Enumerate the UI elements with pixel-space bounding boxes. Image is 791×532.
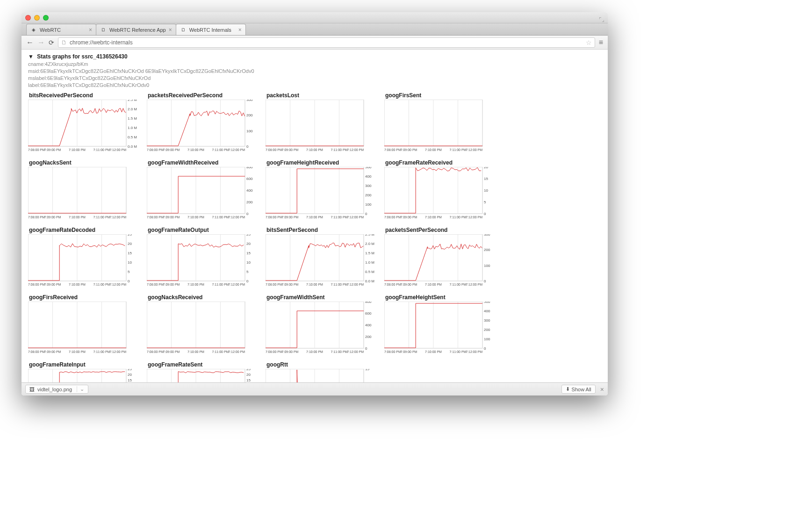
svg-text:7:08:00 PM: 7:08:00 PM <box>266 216 282 219</box>
svg-text:7:08:00 PM: 7:08:00 PM <box>147 148 164 151</box>
meta-line: cname:4ZXkrucxjuzp/bKm <box>28 61 608 68</box>
svg-text:1.5 M: 1.5 M <box>365 251 374 255</box>
chart-plot: 02004006008007:08:00 PM7:09:00 PM7:10:00… <box>147 167 262 225</box>
address-bar[interactable]: 🗋 chrome://webrtc-internals ☆ <box>58 37 595 48</box>
tab[interactable]: ◈WebRTC× <box>26 24 96 35</box>
chart-plot: 7:08:00 PM7:09:00 PM7:10:00 PM7:11:00 PM… <box>266 100 381 158</box>
svg-text:7:11:00 PM: 7:11:00 PM <box>450 216 467 219</box>
svg-text:5: 5 <box>484 200 486 204</box>
svg-text:7:12:00 PM: 7:12:00 PM <box>109 216 126 219</box>
svg-text:7:10:00 PM: 7:10:00 PM <box>425 350 442 353</box>
svg-text:25: 25 <box>128 234 132 237</box>
svg-text:7:09:00 PM: 7:09:00 PM <box>44 350 61 353</box>
chart-cell: googFrameRateInput10152025 <box>28 361 143 382</box>
svg-text:7:11:00 PM: 7:11:00 PM <box>212 216 229 219</box>
svg-text:2.0 M: 2.0 M <box>128 107 137 111</box>
svg-text:20: 20 <box>246 242 251 246</box>
svg-text:7:10:00 PM: 7:10:00 PM <box>306 148 323 151</box>
svg-text:7:08:00 PM: 7:08:00 PM <box>384 216 401 219</box>
chrome-menu-button[interactable]: ≡ <box>599 38 603 47</box>
svg-text:7:08:00 PM: 7:08:00 PM <box>147 283 164 286</box>
meta-line: label:6E9laEYkyxIkTCxDgc82ZGoEhlCfxNuCKr… <box>28 82 608 89</box>
file-icon: 🖼 <box>29 387 35 392</box>
window-minimize-button[interactable] <box>34 15 40 21</box>
tab-close-icon[interactable]: × <box>236 27 242 33</box>
download-shelf: 🖼 vidtel_logo.png ⌄ ⬇ Show All × <box>22 382 608 395</box>
section-header[interactable]: ▼ Stats graphs for ssrc_4136526430 <box>28 53 608 60</box>
svg-text:100: 100 <box>246 129 253 133</box>
svg-text:7:11:00 PM: 7:11:00 PM <box>93 350 110 353</box>
chart-title: googFrameHeightReceived <box>266 159 381 166</box>
svg-text:7:10:00 PM: 7:10:00 PM <box>425 216 442 219</box>
chart-title: packetsLost <box>266 92 381 99</box>
show-all-label: Show All <box>572 387 591 392</box>
tab-close-icon[interactable]: × <box>86 27 92 33</box>
svg-text:200: 200 <box>365 193 372 197</box>
svg-text:400: 400 <box>484 309 490 313</box>
chevron-down-icon[interactable]: ⌄ <box>77 386 84 392</box>
window-maximize-button[interactable] <box>43 15 49 21</box>
svg-text:20: 20 <box>128 242 132 246</box>
svg-text:7:09:00 PM: 7:09:00 PM <box>44 216 61 219</box>
chart-title: googRtt <box>266 361 381 368</box>
bookmark-star-icon[interactable]: ☆ <box>586 39 592 46</box>
tab-close-icon[interactable]: × <box>166 27 172 33</box>
chart-plot: 7:08:00 PM7:09:00 PM7:10:00 PM7:11:00 PM… <box>28 167 143 225</box>
chart-title: googFrameRateDecoded <box>29 227 143 233</box>
svg-text:7:10:00 PM: 7:10:00 PM <box>306 216 323 219</box>
svg-text:20: 20 <box>484 167 488 169</box>
svg-text:1.0 M: 1.0 M <box>128 126 137 130</box>
svg-text:7:12:00 PM: 7:12:00 PM <box>466 350 482 353</box>
chart-title: googFirsReceived <box>29 294 143 301</box>
page-content: ▼ Stats graphs for ssrc_4136526430 cname… <box>22 50 608 382</box>
chart-title: googFrameRateInput <box>29 361 143 368</box>
svg-text:7:09:00 PM: 7:09:00 PM <box>44 148 61 151</box>
chart-cell: googFrameHeightSent01002003004005007:08:… <box>384 294 499 359</box>
svg-text:7:12:00 PM: 7:12:00 PM <box>347 148 364 151</box>
fullscreen-icon[interactable] <box>599 15 604 20</box>
svg-text:0: 0 <box>484 212 486 216</box>
svg-text:7:08:00 PM: 7:08:00 PM <box>28 216 45 219</box>
svg-text:0.0 M: 0.0 M <box>365 279 374 283</box>
svg-text:7:11:00 PM: 7:11:00 PM <box>93 283 110 286</box>
forward-button[interactable]: → <box>37 38 45 47</box>
chart-cell: googFrameRateOutput05101520257:08:00 PM7… <box>147 227 262 292</box>
svg-text:7:08:00 PM: 7:08:00 PM <box>28 283 45 286</box>
svg-text:200: 200 <box>246 200 253 204</box>
chart-plot: 05101520257:08:00 PM7:09:00 PM7:10:00 PM… <box>28 234 143 292</box>
svg-text:7:11:00 PM: 7:11:00 PM <box>450 148 467 151</box>
show-all-downloads-button[interactable]: ⬇ Show All <box>561 385 596 394</box>
chart-title: googFrameRateReceived <box>385 159 499 166</box>
svg-text:15: 15 <box>246 251 251 255</box>
back-button[interactable]: ← <box>26 38 34 47</box>
svg-text:20: 20 <box>246 373 251 377</box>
svg-text:0: 0 <box>246 144 249 149</box>
chart-title: googFrameRateSent <box>148 361 262 368</box>
svg-text:10: 10 <box>128 260 132 265</box>
svg-text:200: 200 <box>246 114 253 118</box>
close-download-shelf-button[interactable]: × <box>600 386 604 393</box>
svg-text:600: 600 <box>246 177 253 181</box>
tab-title: WebRTC Reference App <box>109 27 166 33</box>
meta-line: mslabel:6E9laEYkyxIkTCxDgc82ZGoEhlCfxNuC… <box>28 75 608 82</box>
svg-text:800: 800 <box>365 302 372 304</box>
svg-text:400: 400 <box>246 188 253 193</box>
svg-text:25: 25 <box>246 369 251 371</box>
download-item[interactable]: 🖼 vidtel_logo.png ⌄ <box>25 385 88 394</box>
svg-text:300: 300 <box>484 318 490 323</box>
disclosure-triangle-icon[interactable]: ▼ <box>28 53 34 60</box>
svg-text:7:10:00 PM: 7:10:00 PM <box>69 283 86 286</box>
svg-text:400: 400 <box>365 323 372 327</box>
svg-text:7:09:00 PM: 7:09:00 PM <box>163 350 180 353</box>
chart-title: googFrameHeightSent <box>385 294 499 301</box>
tab[interactable]: 🗋WebRTC Reference App× <box>96 24 176 35</box>
tab[interactable]: 🗋WebRTC Internals× <box>176 24 246 35</box>
chart-title: bitsReceivedPerSecond <box>29 92 143 99</box>
svg-text:7:09:00 PM: 7:09:00 PM <box>282 216 299 219</box>
svg-text:200: 200 <box>484 328 490 332</box>
svg-text:0.5 M: 0.5 M <box>365 270 374 274</box>
svg-text:7:09:00 PM: 7:09:00 PM <box>401 148 417 151</box>
reload-button[interactable]: ⟳ <box>49 39 54 46</box>
window-close-button[interactable] <box>25 15 31 21</box>
chart-title: bitsSentPerSecond <box>266 227 381 233</box>
